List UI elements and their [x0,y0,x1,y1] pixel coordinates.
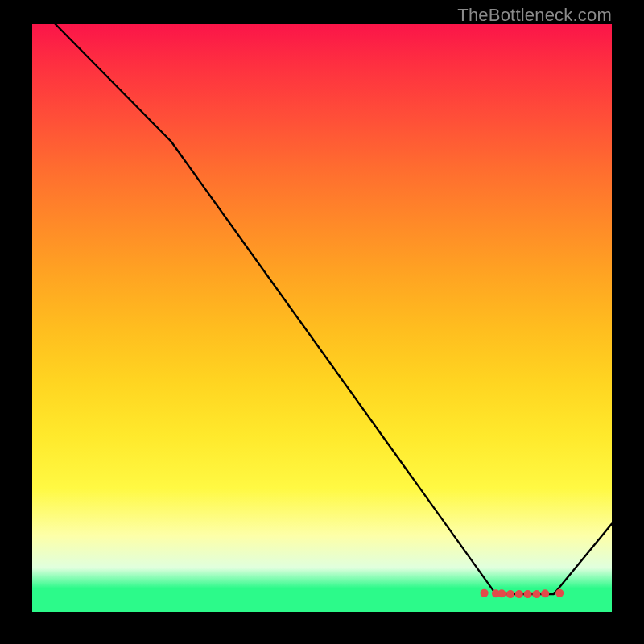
marker-point [555,589,564,597]
marker-point [481,589,489,597]
plot-area [32,24,612,612]
marker-point [515,590,523,598]
marker-point [524,590,532,598]
marker-point [497,589,506,597]
marker-point [506,590,514,598]
chart-overlay [32,24,612,612]
series-curve [56,24,612,594]
marker-point [541,589,549,597]
attribution-label: TheBottleneck.com [457,5,612,26]
marker-point [532,590,540,598]
chart-frame: TheBottleneck.com [0,0,644,644]
